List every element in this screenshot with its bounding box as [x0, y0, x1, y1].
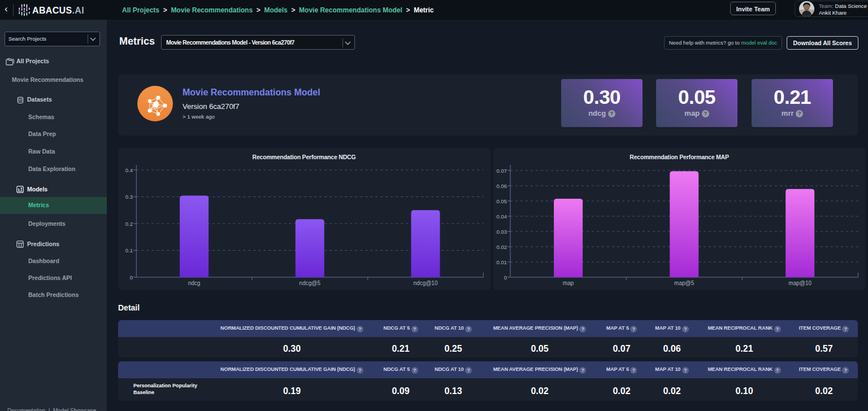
svg-text:0.06: 0.06: [497, 183, 507, 189]
svg-text:ndcg: ndcg: [188, 280, 201, 286]
svg-text:0.3: 0.3: [125, 194, 133, 200]
svg-text:ndcg@10: ndcg@10: [414, 280, 438, 286]
svg-text:map@10: map@10: [788, 280, 811, 286]
svg-text:0.2: 0.2: [125, 221, 133, 227]
svg-text:0: 0: [130, 274, 133, 281]
svg-text:map@5: map@5: [674, 280, 695, 286]
svg-text:Recommendation Performance MAP: Recommendation Performance MAP: [630, 154, 729, 160]
svg-text:0.05: 0.05: [497, 198, 507, 204]
svg-text:map: map: [563, 280, 574, 286]
svg-text:0.02: 0.02: [497, 244, 507, 250]
svg-text:0.07: 0.07: [497, 168, 507, 174]
svg-text:0.01: 0.01: [497, 259, 507, 265]
svg-text:Recommendation Performance NDC: Recommendation Performance NDCG: [253, 154, 356, 160]
svg-text:0: 0: [504, 274, 507, 281]
svg-text:0.4: 0.4: [125, 167, 133, 173]
svg-text:0.04: 0.04: [497, 213, 507, 220]
svg-text:0.03: 0.03: [497, 229, 507, 235]
svg-text:0.1: 0.1: [125, 247, 133, 253]
svg-text:ndcg@5: ndcg@5: [300, 280, 321, 286]
